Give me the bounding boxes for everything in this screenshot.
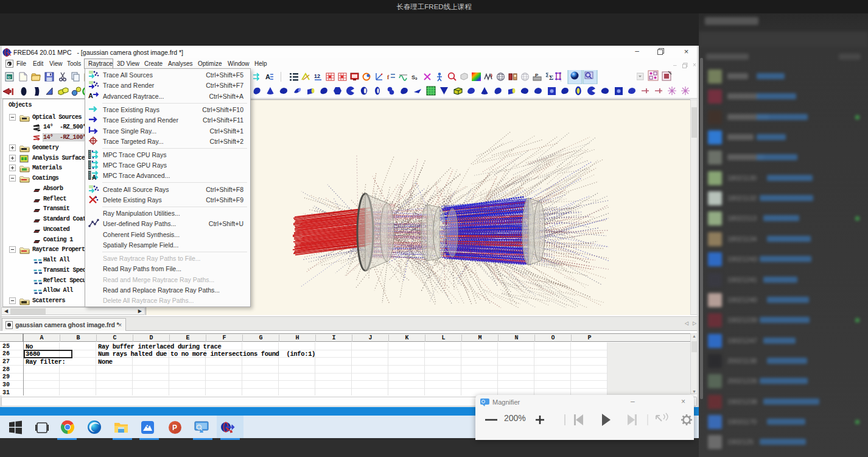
svg-text:12: 12 [314, 73, 320, 79]
svg-text:P: P [535, 73, 539, 78]
svg-text:f: f [387, 74, 390, 80]
svg-text:A: A [92, 174, 96, 180]
svg-text:A: A [88, 92, 93, 99]
svg-text:Sₔ: Sₔ [411, 74, 418, 80]
svg-text:A: A [265, 73, 270, 80]
svg-text:io: io [7, 75, 11, 79]
svg-text:P: P [172, 423, 177, 432]
svg-text:Σ: Σ [549, 74, 553, 81]
